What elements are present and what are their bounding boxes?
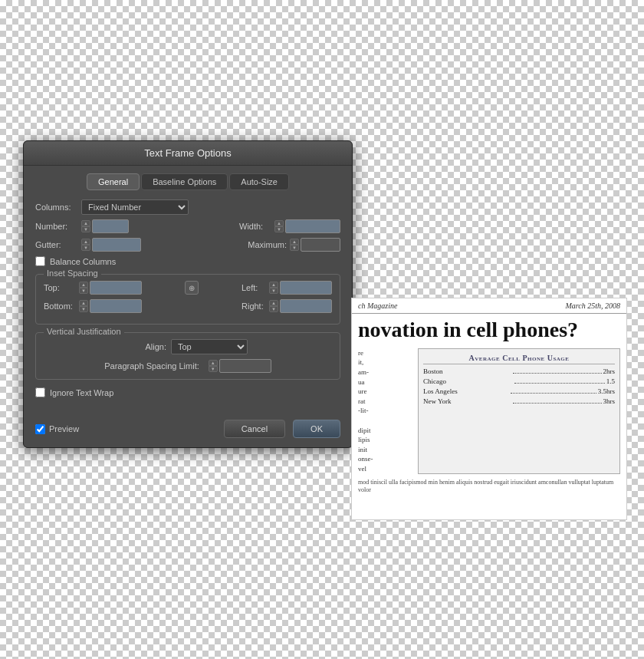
bottom-spinner[interactable]: ▲ ▼ bbox=[79, 300, 88, 312]
table-row: Los Angeles 3.5hrs bbox=[423, 387, 615, 395]
width-down-btn[interactable]: ▼ bbox=[274, 226, 284, 232]
mag-header-left: ch Magazine bbox=[358, 301, 397, 310]
left-down-btn[interactable]: ▼ bbox=[269, 288, 278, 294]
top-spinner[interactable]: ▲ ▼ bbox=[79, 282, 88, 294]
columns-row: Columns: Fixed Number bbox=[35, 199, 340, 215]
right-spinner[interactable]: ▲ ▼ bbox=[269, 300, 278, 312]
paragraph-spinner[interactable]: ▲ ▼ bbox=[209, 360, 218, 372]
balance-columns-label: Balance Columns bbox=[50, 257, 116, 266]
link-icon[interactable]: ⊕ bbox=[185, 281, 199, 295]
columns-type-select[interactable]: Fixed Number bbox=[81, 199, 189, 215]
city-boston: Boston bbox=[423, 367, 511, 375]
city-ny: New York bbox=[423, 397, 511, 405]
top-group: Top: ▲ ▼ 0.125 in bbox=[44, 281, 142, 295]
bottom-input[interactable]: 0.125 in bbox=[90, 299, 142, 313]
left-group: Left: ▲ ▼ 0.125 in bbox=[242, 281, 332, 295]
mag-content: reit,am-uaurerat-lit-dipitlipisinitonse-… bbox=[352, 345, 626, 477]
dots-2 bbox=[514, 377, 604, 384]
mag-table-title: Average Cell Phone Usage bbox=[423, 354, 615, 364]
number-label: Number: bbox=[35, 222, 81, 231]
left-up-btn[interactable]: ▲ bbox=[269, 282, 278, 288]
dots-4 bbox=[513, 397, 601, 404]
number-input[interactable]: 1 bbox=[92, 219, 129, 233]
top-input[interactable]: 0.125 in bbox=[90, 281, 142, 295]
dots-1 bbox=[513, 367, 601, 374]
maximum-spinner[interactable]: ▲ ▼ bbox=[290, 239, 299, 251]
maximum-up-btn[interactable]: ▲ bbox=[290, 239, 299, 245]
tab-auto-size[interactable]: Auto-Size bbox=[229, 173, 289, 190]
bottom-down-btn[interactable]: ▼ bbox=[79, 306, 88, 312]
bottom-up-btn[interactable]: ▲ bbox=[79, 300, 88, 306]
gutter-spinner[interactable]: ▲ ▼ bbox=[81, 239, 90, 251]
right-group: Right: ▲ ▼ 0.125 in bbox=[242, 299, 332, 313]
city-la: Los Angeles bbox=[423, 387, 509, 395]
cancel-button[interactable]: Cancel bbox=[224, 420, 285, 438]
right-up-btn[interactable]: ▲ bbox=[269, 300, 278, 306]
paragraph-input-group: ▲ ▼ 0 in bbox=[209, 359, 271, 373]
number-up-btn[interactable]: ▲ bbox=[81, 220, 90, 226]
width-spinner[interactable]: ▲ ▼ bbox=[274, 220, 284, 232]
align-select[interactable]: Top Center Bottom Justify bbox=[171, 339, 248, 354]
mag-headline: novation in cell phones? bbox=[352, 314, 626, 345]
dialog-body: General Baseline Options Auto-Size Colum… bbox=[24, 166, 352, 414]
width-up-btn[interactable]: ▲ bbox=[274, 220, 284, 226]
tab-baseline-options[interactable]: Baseline Options bbox=[141, 173, 228, 190]
magazine-panel: ch Magazine March 25th, 2008 novation in… bbox=[351, 298, 627, 520]
width-label: Width: bbox=[239, 222, 274, 231]
table-row: Boston 2hrs bbox=[423, 367, 615, 375]
balance-columns-checkbox[interactable] bbox=[35, 256, 45, 266]
val-boston: 2hrs bbox=[603, 367, 616, 375]
number-spinner[interactable]: ▲ ▼ bbox=[81, 220, 90, 232]
gutter-input[interactable]: 0.1667 in bbox=[92, 238, 141, 252]
left-spinner[interactable]: ▲ ▼ bbox=[269, 282, 278, 294]
right-input[interactable]: 0.125 in bbox=[280, 299, 332, 313]
width-input[interactable]: 3.3611 in bbox=[285, 219, 340, 233]
preview-checkbox[interactable] bbox=[35, 424, 45, 434]
dialog-title: Text Frame Options bbox=[24, 141, 352, 166]
preview-group: Preview bbox=[35, 424, 216, 434]
maximum-down-btn[interactable]: ▼ bbox=[290, 245, 299, 251]
city-chicago: Chicago bbox=[423, 377, 513, 385]
bottom-group: Bottom: ▲ ▼ 0.125 in bbox=[44, 299, 142, 313]
left-input[interactable]: 0.125 in bbox=[280, 281, 332, 295]
right-label: Right: bbox=[242, 301, 269, 311]
left-label: Left: bbox=[242, 283, 269, 292]
number-down-btn[interactable]: ▼ bbox=[81, 226, 90, 232]
val-la: 3.5hrs bbox=[598, 387, 615, 395]
number-input-group: ▲ ▼ 1 bbox=[81, 219, 129, 233]
gutter-up-btn[interactable]: ▲ bbox=[81, 239, 90, 245]
vj-align-row: Align: Top Center Bottom Justify bbox=[44, 339, 332, 354]
right-down-btn[interactable]: ▼ bbox=[269, 306, 278, 312]
maximum-input: None bbox=[301, 238, 340, 252]
paragraph-spacing-label: Paragraph Spacing Limit: bbox=[104, 361, 199, 371]
paragraph-input[interactable]: 0 in bbox=[219, 359, 271, 373]
mag-footer-text: mod tiniscil ulla facipismod min henim a… bbox=[352, 477, 626, 496]
gutter-down-btn[interactable]: ▼ bbox=[81, 245, 90, 251]
vertical-justification-label: Vertical Justification bbox=[44, 327, 124, 336]
table-row: New York 3hrs bbox=[423, 397, 615, 405]
mag-table-box: Average Cell Phone Usage Boston 2hrs Chi… bbox=[418, 348, 620, 474]
paragraph-up-btn[interactable]: ▲ bbox=[209, 360, 218, 366]
number-width-row: Number: ▲ ▼ 1 Width: ▲ ▼ 3.3611 in bbox=[35, 219, 340, 233]
val-chicago: 1.5 bbox=[606, 377, 615, 385]
right-input-group: ▲ ▼ 0.125 in bbox=[269, 299, 332, 313]
top-down-btn[interactable]: ▼ bbox=[79, 288, 88, 294]
top-up-btn[interactable]: ▲ bbox=[79, 282, 88, 288]
ignore-text-wrap-checkbox[interactable] bbox=[35, 387, 45, 397]
text-frame-options-dialog: Text Frame Options General Baseline Opti… bbox=[23, 140, 353, 448]
top-label: Top: bbox=[44, 283, 79, 292]
mag-header-right: March 25th, 2008 bbox=[565, 301, 620, 310]
val-ny: 3hrs bbox=[603, 397, 616, 405]
vertical-justification-section: Vertical Justification Align: Top Center… bbox=[35, 332, 340, 380]
left-input-group: ▲ ▼ 0.125 in bbox=[269, 281, 332, 295]
table-row: Chicago 1.5 bbox=[423, 377, 615, 385]
paragraph-down-btn[interactable]: ▼ bbox=[209, 366, 218, 372]
gutter-maximum-row: Gutter: ▲ ▼ 0.1667 in Maximum: ▲ ▼ None bbox=[35, 238, 340, 252]
tab-general[interactable]: General bbox=[87, 173, 140, 190]
preview-label: Preview bbox=[49, 424, 79, 433]
ok-button[interactable]: OK bbox=[293, 420, 340, 438]
align-label: Align: bbox=[128, 342, 166, 351]
inset-spacing-label: Inset Spacing bbox=[44, 269, 101, 278]
maximum-label: Maximum: bbox=[238, 240, 287, 249]
bottom-right-row: Bottom: ▲ ▼ 0.125 in Right: ▲ bbox=[44, 299, 332, 313]
